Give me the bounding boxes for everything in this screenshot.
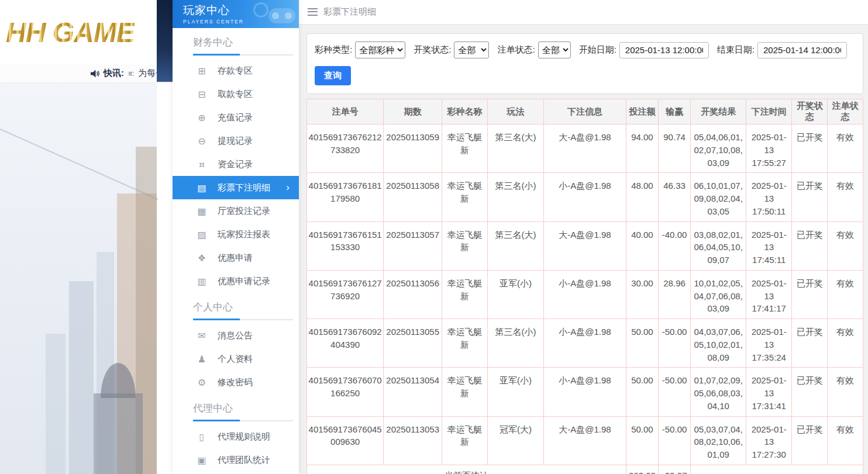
sidebar-item-label: 资金记录 bbox=[218, 159, 253, 170]
cell-draw-status: 已开奖 bbox=[792, 319, 828, 368]
sidebar-item-profile[interactable]: ♟ 个人资料 bbox=[173, 347, 299, 371]
summary-win-loss: -23.97 bbox=[658, 465, 690, 474]
cell-draw-status: 已开奖 bbox=[792, 416, 828, 465]
summary-row-current-page: 当前页统计 362.00 -23.97 bbox=[307, 465, 863, 474]
sidebar-item-recharge-record[interactable]: ⊕ 充值记录 bbox=[173, 106, 299, 129]
cell-win-loss: 90.74 bbox=[658, 124, 690, 173]
table-row: 401569173676181179580 20250113058 幸运飞艇新 … bbox=[307, 173, 863, 222]
sidebar-item-funds-record[interactable]: ¤ 资金记录 bbox=[173, 153, 299, 176]
topbar: 彩票下注明细 bbox=[299, 0, 868, 25]
cell-bet-info: 小-A盘@1.98 bbox=[544, 270, 626, 319]
cell-period: 20250113054 bbox=[384, 368, 442, 416]
news-ticker: 快讯: ≡: 为每一 bbox=[0, 64, 173, 83]
sidebar-header: 玩家中心 PLAYERS CENTER bbox=[173, 0, 299, 28]
table-row: 401569173676127736920 20250113056 幸运飞艇新 … bbox=[307, 270, 863, 319]
cell-play: 第三名(大) bbox=[488, 124, 544, 173]
dome-body-decor bbox=[94, 393, 143, 474]
col-header-draw-result: 开奖结果 bbox=[691, 99, 746, 124]
ticker-label: 快讯: bbox=[104, 68, 124, 79]
sidebar-item-label: 存款专区 bbox=[218, 65, 253, 77]
cell-win-loss: -50.00 bbox=[658, 319, 690, 368]
sidebar-item-label: 取款专区 bbox=[218, 89, 253, 100]
cell-period: 20250113056 bbox=[384, 270, 442, 319]
cell-bet-amount: 50.00 bbox=[626, 368, 658, 416]
sidebar-item-label: 个人资料 bbox=[218, 354, 253, 365]
sidebar-item-agent-rules[interactable]: ▯ 代理规则说明 bbox=[173, 425, 299, 448]
summary-bet-total: 362.00 bbox=[626, 465, 658, 474]
cell-order-id: 401569173676092404390 bbox=[307, 319, 384, 368]
cell-draw-result: 04,03,07,06,05,10,02,01,08,09 bbox=[691, 319, 746, 368]
order-status-select[interactable]: 全部 bbox=[538, 41, 571, 58]
col-header-bet-amount: 投注额 bbox=[626, 99, 658, 124]
sidebar-item-withdraw-record[interactable]: ⊖ 提现记录 bbox=[173, 129, 299, 153]
sidebar-item-promo-apply[interactable]: ❖ 优惠申请 bbox=[173, 246, 299, 269]
sidebar-item-agent-team-stats[interactable]: ▣ 代理团队统计 bbox=[173, 448, 299, 472]
sidebar-item-label: 优惠申请 bbox=[218, 252, 253, 264]
sidebar-item-label: 玩家投注报表 bbox=[218, 229, 270, 240]
sidebar-item-promo-apply-record[interactable]: ▥ 优惠申请记录 bbox=[173, 269, 299, 293]
cell-bet-time: 2025-01-13 17:45:11 bbox=[746, 222, 792, 270]
content-area: 彩种类型: 全部彩种 开奖状态: 全部 注单状态: 全部 开始日期: 结束日期: bbox=[299, 25, 868, 474]
cell-lottery-name: 幸运飞艇新 bbox=[442, 270, 488, 319]
coin-icon: ¤ bbox=[196, 159, 208, 170]
order-status-label: 注单状态: bbox=[497, 44, 535, 56]
sidebar-item-player-bet-report[interactable]: ▨ 玩家投注报表 bbox=[173, 223, 299, 246]
site-logo[interactable]: HH GAME bbox=[6, 16, 135, 49]
person-icon: ♟ bbox=[196, 354, 208, 365]
sidebar-item-withdraw[interactable]: ⊟ 取款专区 bbox=[173, 82, 299, 106]
cell-period: 20250113057 bbox=[384, 222, 442, 270]
cell-order-status: 有效 bbox=[828, 270, 863, 319]
sidebar-item-label: 消息公告 bbox=[218, 330, 253, 341]
cell-win-loss: 46.33 bbox=[658, 173, 690, 222]
cell-bet-info: 小-A盘@1.98 bbox=[544, 173, 626, 222]
cell-draw-status: 已开奖 bbox=[792, 368, 828, 416]
sidebar-item-label: 厅室投注记录 bbox=[218, 206, 270, 217]
lottery-type-select[interactable]: 全部彩种 bbox=[355, 41, 405, 58]
cell-draw-result: 10,01,02,05,04,07,06,08,03,09 bbox=[691, 270, 746, 319]
list-icon: ▤ bbox=[196, 182, 208, 193]
cell-period: 20250113058 bbox=[384, 173, 442, 222]
sidebar-item-lottery-bet-detail[interactable]: ▤ 彩票下注明细 › bbox=[173, 176, 299, 199]
summary-empty bbox=[691, 465, 863, 474]
cell-win-loss: -40.00 bbox=[658, 222, 690, 270]
col-header-draw-status: 开奖状态 bbox=[792, 99, 828, 124]
cell-order-status: 有效 bbox=[828, 368, 863, 416]
sidebar-item-deposit[interactable]: ⊞ 存款专区 bbox=[173, 59, 299, 82]
cell-bet-amount: 50.00 bbox=[626, 416, 658, 465]
cell-draw-status: 已开奖 bbox=[792, 173, 828, 222]
bet-records-table-container: 注单号 期数 彩种名称 玩法 下注信息 投注额 输赢 开奖结果 下注时间 开奖状… bbox=[306, 99, 863, 474]
cell-bet-time: 2025-01-13 17:55:27 bbox=[746, 124, 792, 173]
section-underline bbox=[193, 54, 293, 56]
cell-order-status: 有效 bbox=[828, 416, 863, 465]
card-icon: ⊞ bbox=[196, 65, 208, 77]
col-header-period: 期数 bbox=[384, 99, 442, 124]
cell-lottery-name: 幸运飞艇新 bbox=[442, 173, 488, 222]
hamburger-menu-icon[interactable] bbox=[308, 8, 318, 16]
sidebar-item-room-bet-record[interactable]: ▦ 厅室投注记录 bbox=[173, 199, 299, 223]
draw-status-select[interactable]: 全部 bbox=[454, 41, 489, 58]
start-date-label: 开始日期: bbox=[579, 44, 616, 56]
cell-lottery-name: 幸运飞艇新 bbox=[442, 319, 488, 368]
cell-order-id: 401569173676151153330 bbox=[307, 222, 384, 270]
list-check-icon: ▦ bbox=[196, 206, 208, 217]
sidebar-item-messages[interactable]: ✉ 消息公告 bbox=[173, 324, 299, 347]
cell-play: 第三名(大) bbox=[488, 222, 544, 270]
sidebar-item-label: 提现记录 bbox=[218, 136, 253, 147]
table-row: 401569173676045009630 20250113053 幸运飞艇新 … bbox=[307, 416, 863, 465]
col-header-bet-time: 下注时间 bbox=[746, 99, 792, 124]
end-date-input[interactable] bbox=[757, 42, 847, 58]
dome-top-decor bbox=[101, 363, 136, 398]
search-button[interactable]: 查询 bbox=[315, 66, 351, 85]
cell-bet-amount: 48.00 bbox=[626, 173, 658, 222]
sidebar-item-change-password[interactable]: ⚙ 修改密码 bbox=[173, 371, 299, 394]
table-row: 401569173676212733820 20250113059 幸运飞艇新 … bbox=[307, 124, 863, 173]
cell-draw-status: 已开奖 bbox=[792, 124, 828, 173]
start-date-input[interactable] bbox=[619, 42, 709, 58]
cell-bet-info: 大-A盘@1.98 bbox=[544, 222, 626, 270]
sidebar-item-label: 充值记录 bbox=[218, 112, 253, 123]
cell-bet-info: 小-A盘@1.98 bbox=[544, 368, 626, 416]
document-icon: ▯ bbox=[196, 431, 208, 442]
wallet-icon: ⊖ bbox=[196, 136, 208, 147]
col-header-order-id: 注单号 bbox=[307, 99, 384, 124]
cell-period: 20250113059 bbox=[384, 124, 442, 173]
